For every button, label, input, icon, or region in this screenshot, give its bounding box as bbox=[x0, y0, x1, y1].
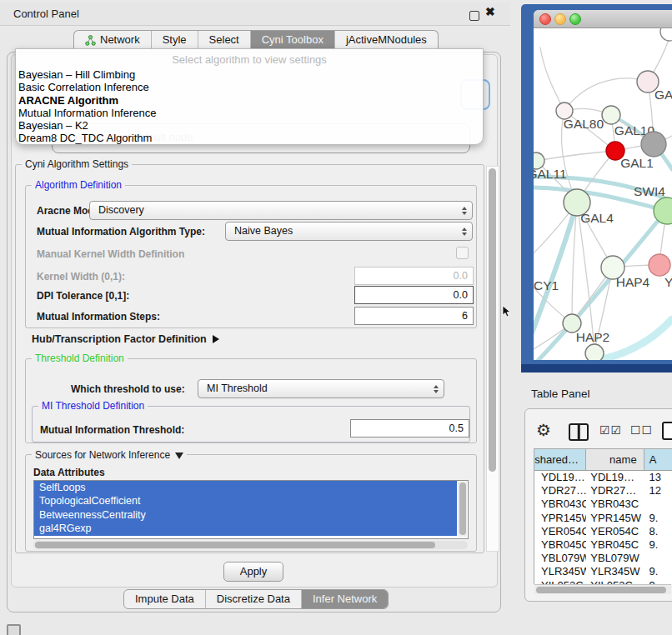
table-cell: YBR043C bbox=[586, 498, 644, 511]
table-cell: YDL19… bbox=[586, 471, 644, 484]
network-node-label: SWI4 bbox=[634, 184, 665, 198]
algorithm-option[interactable]: Basic Correlation Inference bbox=[16, 81, 483, 93]
table-header-name[interactable]: name bbox=[586, 449, 644, 470]
mi-threshold-label: Mutual Information Threshold: bbox=[40, 424, 184, 436]
network-window-titlebar[interactable] bbox=[534, 10, 672, 28]
kernel-width-label: Kernel Width (0,1): bbox=[37, 271, 125, 282]
combo-stepper-icon bbox=[462, 222, 467, 240]
table-cell: 9. bbox=[644, 512, 672, 525]
network-node[interactable] bbox=[649, 254, 670, 276]
table-settings-gear-icon[interactable]: ⚙ bbox=[536, 420, 551, 440]
attributes-scrollbar[interactable] bbox=[458, 482, 467, 537]
tab-infer-network[interactable]: Infer Network bbox=[302, 590, 388, 608]
network-node[interactable] bbox=[585, 344, 604, 360]
close-panel-icon[interactable]: ✖ bbox=[485, 5, 495, 18]
algorithm-option[interactable]: Bayesian – Hill Climbing bbox=[16, 68, 483, 81]
tab-select-label: Select bbox=[209, 31, 239, 49]
dpi-tolerance-field[interactable]: 0.0 bbox=[354, 286, 474, 304]
network-node-label: GAL11 bbox=[534, 167, 567, 181]
aracne-mode-combo[interactable]: Discovery bbox=[89, 201, 473, 220]
cyni-bottom-tabbar: Impute Data Discretize Data Infer Networ… bbox=[123, 589, 389, 609]
table-row[interactable]: YBR045CYBR045C9. bbox=[534, 538, 672, 552]
tab-network[interactable]: Network bbox=[74, 31, 152, 49]
algorithm-dropdown-popup: Select algorithm to view settings Bayesi… bbox=[15, 48, 484, 145]
apply-button[interactable]: Apply bbox=[223, 562, 283, 582]
network-node[interactable] bbox=[641, 132, 666, 157]
table-header-partial[interactable]: A bbox=[644, 449, 672, 470]
table-horizontal-scrollbar[interactable] bbox=[534, 584, 671, 594]
table-row[interactable]: YDR27…YDR27…12 bbox=[534, 484, 672, 498]
table-row[interactable]: YBR043CYBR043C bbox=[534, 498, 672, 511]
tab-select[interactable]: Select bbox=[198, 31, 251, 49]
tab-cyni-toolbox-label: Cyni Toolbox bbox=[262, 31, 323, 49]
collapsed-panel-icon[interactable] bbox=[7, 624, 21, 635]
table-function-icon[interactable] bbox=[662, 422, 672, 440]
algorithm-option[interactable]: Mutual Information Inference bbox=[16, 107, 483, 119]
network-node-label: GAL1 bbox=[620, 156, 654, 170]
network-node-label: GCY1 bbox=[534, 278, 559, 292]
network-node[interactable] bbox=[602, 106, 620, 124]
table-cell bbox=[644, 498, 672, 511]
table-row[interactable]: YER054CYER054C8. bbox=[534, 525, 672, 538]
settings-horizontal-scrollbar[interactable] bbox=[33, 541, 468, 549]
float-panel-icon[interactable] bbox=[469, 11, 479, 21]
mi-steps-field[interactable]: 6 bbox=[354, 307, 474, 325]
hub-definition-toggle[interactable]: Hub/Transcription Factor Definition bbox=[32, 333, 219, 345]
tab-impute-data[interactable]: Impute Data bbox=[124, 590, 206, 608]
attribute-item-selected[interactable]: gal4RGexp bbox=[34, 522, 457, 535]
network-edge bbox=[564, 78, 648, 111]
column-layout-icon[interactable] bbox=[569, 423, 589, 441]
manual-kernel-label: Manual Kernel Width Definition bbox=[37, 248, 184, 260]
attribute-item-selected[interactable]: TopologicalCoefficient bbox=[34, 494, 457, 508]
table-row[interactable]: YPR145WYPR145W9. bbox=[534, 512, 672, 525]
table-row[interactable]: YLR345WYLR345W9. bbox=[534, 565, 672, 578]
network-window: GALGAL80GAL10GAL1GAL11SWI4GAL4GCY1HAP4YH… bbox=[534, 10, 672, 360]
tab-discretize-data[interactable]: Discretize Data bbox=[206, 590, 302, 608]
network-canvas[interactable]: GALGAL80GAL10GAL1GAL11SWI4GAL4GCY1HAP4YH… bbox=[534, 28, 672, 360]
sources-toggle[interactable]: Sources for Network Inference bbox=[32, 449, 187, 461]
table-cell: YER054C bbox=[586, 525, 644, 538]
select-all-checkboxes-icon[interactable]: ☑☑ bbox=[599, 423, 622, 437]
which-threshold-label: Which threshold to use: bbox=[71, 383, 185, 395]
tab-cyni-toolbox[interactable]: Cyni Toolbox bbox=[251, 31, 335, 49]
table-row[interactable]: YDL19…YDL19…13 bbox=[534, 471, 672, 484]
table-cell: 13 bbox=[644, 471, 672, 484]
network-node[interactable] bbox=[660, 28, 672, 41]
table-cell: YBR045C bbox=[586, 538, 644, 552]
sources-title: Sources for Network Inference bbox=[35, 449, 170, 461]
dpi-tolerance-label: DPI Tolerance [0,1]: bbox=[37, 290, 129, 302]
collapse-arrow-icon bbox=[175, 452, 183, 459]
mi-algorithm-type-combo[interactable]: Naive Bayes bbox=[225, 222, 473, 241]
table-row[interactable]: YBL079WYBL079W bbox=[534, 552, 672, 565]
table-cell bbox=[644, 552, 672, 565]
window-minimize-button[interactable] bbox=[554, 13, 566, 25]
algorithm-option[interactable]: Bayesian – K2 bbox=[16, 119, 483, 132]
window-zoom-button[interactable] bbox=[569, 13, 581, 25]
algorithm-option[interactable]: Dream8 DC_TDC Algorithm bbox=[16, 132, 483, 144]
tab-jactivemnodules-label: jActiveMNodules bbox=[346, 31, 427, 49]
table-cell: 9. bbox=[644, 538, 672, 552]
tab-jactivemnodules[interactable]: jActiveMNodules bbox=[335, 31, 438, 49]
window-close-button[interactable] bbox=[539, 13, 551, 25]
attribute-item-selected[interactable]: BetweennessCentrality bbox=[34, 508, 457, 522]
kernel-width-field[interactable]: 0.0 bbox=[354, 267, 474, 285]
deselect-all-checkboxes-icon[interactable]: ☐☐ bbox=[630, 423, 653, 437]
settings-vertical-scrollbar[interactable] bbox=[486, 166, 499, 552]
network-frame-bottom-edge bbox=[521, 364, 672, 372]
control-panel-tabbar: Network Style Select Cyni Toolbox jActiv… bbox=[73, 30, 439, 49]
mi-threshold-field[interactable]: 0.5 bbox=[350, 419, 469, 438]
table-cell: YBL079W bbox=[534, 552, 586, 565]
table-header-row: shared… name A bbox=[534, 449, 672, 471]
manual-kernel-checkbox[interactable] bbox=[456, 247, 469, 259]
table-cell: YER054C bbox=[534, 525, 586, 538]
application-window: Control Panel ✖ galFiltered.sif default … bbox=[0, 0, 672, 635]
tab-discretize-data-label: Discretize Data bbox=[217, 590, 290, 608]
attribute-item-selected[interactable]: SelfLoops bbox=[34, 481, 457, 494]
network-icon bbox=[85, 35, 96, 46]
table-header-shared[interactable]: shared… bbox=[534, 449, 586, 470]
tab-style[interactable]: Style bbox=[152, 31, 198, 49]
table-rows: YDL19…YDL19…13YDR27…YDR27…12YBR043CYBR04… bbox=[534, 471, 672, 584]
combo-stepper-icon bbox=[434, 380, 439, 398]
which-threshold-combo[interactable]: MI Threshold bbox=[198, 379, 444, 398]
algorithm-option-selected[interactable]: ARACNE Algorithm bbox=[16, 94, 483, 107]
